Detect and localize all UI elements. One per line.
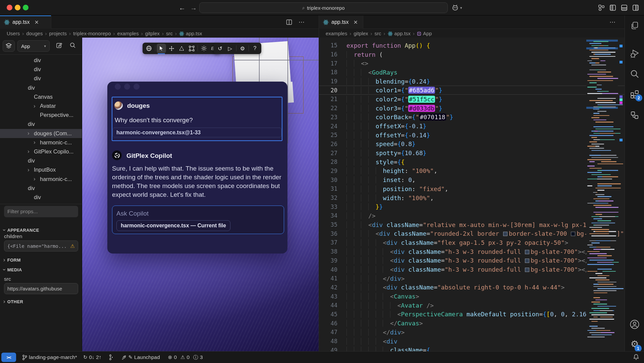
globe-icon [146, 45, 152, 51]
move-tool-button[interactable] [167, 44, 176, 53]
tree-item-div[interactable]: div [0, 184, 82, 193]
play-button[interactable]: ▷ [225, 44, 235, 53]
assistant-menu-button[interactable]: ▾ [451, 3, 467, 12]
breadcrumb-item[interactable]: app.tsx [388, 31, 411, 36]
back-button[interactable]: ← [178, 3, 186, 12]
git-sync-item[interactable]: ↻ 0↓ 2↑ [83, 354, 102, 360]
settings-button[interactable]: ⚙ [238, 44, 247, 53]
tree-item-div[interactable]: div [0, 56, 82, 65]
tree-item-perspective-[interactable]: Perspective... [0, 110, 82, 120]
minimize-window-button[interactable] [15, 5, 20, 10]
tree-item-div[interactable]: div [0, 74, 82, 83]
edit-component-button[interactable] [56, 42, 63, 50]
section-appearance[interactable]: › APPEARANCE [3, 227, 39, 233]
rotate-tool-button[interactable] [177, 44, 186, 53]
src-prop-input[interactable]: https://avatars.githubuse [4, 283, 78, 294]
breadcrumb-item[interactable]: App [417, 31, 432, 36]
breadcrumb-item[interactable]: gitplex [145, 31, 160, 36]
tree-item-harmonic-c-[interactable]: ›harmonic-c... [0, 174, 82, 183]
tree-item-harmonic-c-[interactable]: ›harmonic-c... [0, 138, 82, 147]
git-branch-item[interactable]: landing-page-march* [22, 354, 77, 360]
breadcrumb-item[interactable]: gitplex [354, 31, 368, 36]
scale-tool-button[interactable] [187, 44, 196, 53]
component-scope-select[interactable]: App ▾ [17, 40, 50, 52]
attachment-chip[interactable]: harmonic-convergence.tsx@1-33 [113, 128, 281, 137]
rows-icon[interactable] [621, 4, 628, 11]
git-graph-icon [108, 354, 113, 360]
minimap[interactable] [586, 39, 618, 341]
split-editor-icon[interactable] [286, 19, 292, 26]
tree-item-label: Avatar [40, 103, 56, 109]
overview-ruler[interactable] [619, 38, 623, 351]
section-media[interactable]: › MEDIA [3, 267, 22, 273]
copy-files-button[interactable] [625, 18, 644, 33]
close-tab-icon[interactable]: ✕ [35, 19, 39, 26]
copilot-input-placeholder: Ask Copilot [116, 210, 149, 217]
close-window-button[interactable] [7, 5, 12, 10]
code-line-43: 43 <Canvas> [319, 292, 625, 301]
copilot-input[interactable]: Ask Copilot harmonic-convergence.tsx — C… [112, 206, 284, 234]
forward-button[interactable]: → [189, 3, 198, 12]
components-button[interactable] [625, 108, 644, 123]
children-prop-input[interactable]: {<File name="harmo... ⚠ [4, 240, 78, 252]
tree-item-canvas[interactable]: Canvas [0, 92, 82, 101]
search-elements-button[interactable] [69, 42, 76, 50]
search-button[interactable] [625, 66, 644, 81]
run-debug-button[interactable] [625, 46, 644, 61]
split-left-icon[interactable] [609, 4, 616, 11]
tree-item-div[interactable]: div [0, 193, 82, 202]
tree-item-div[interactable]: div [0, 65, 82, 74]
flow-boxes-icon [630, 110, 639, 120]
breadcrumb-item[interactable]: app.tsx [179, 31, 202, 36]
tab-app-tsx-left[interactable]: app.tsx ✕ [0, 15, 51, 29]
launchpad-item[interactable]: ✎ Launchpad [121, 354, 160, 360]
undo-button[interactable]: ↺ [215, 44, 225, 53]
breadcrumb-item[interactable]: triplex-monorepo [73, 31, 111, 36]
breadcrumb-item[interactable]: examples [326, 31, 347, 36]
tab-app-tsx-right[interactable]: app.tsx ✕ [319, 15, 363, 29]
remote-indicator-button[interactable]: >< [1, 353, 16, 362]
zoom-window-button[interactable] [23, 5, 29, 10]
breadcrumb-item[interactable]: Users [7, 31, 20, 36]
problems-item[interactable]: ⊗ 0 ⚠ 0 ⓘ 3 [168, 354, 203, 361]
tree-item-gitplex-copilo-[interactable]: ›GitPlex Copilo... [0, 147, 82, 156]
lighting-button[interactable] [199, 44, 209, 53]
breadcrumb-item[interactable]: douges [26, 31, 43, 36]
layers-button[interactable] [3, 40, 15, 52]
current-file-chip[interactable]: harmonic-convergence.tsx — Current file [116, 220, 230, 231]
tree-item-inputbox[interactable]: ›InputBox [0, 165, 82, 174]
tree-item-div[interactable]: div [0, 156, 82, 165]
split-right-icon[interactable] [632, 4, 639, 11]
right-tab-bar: app.tsx ✕ ⋯ [319, 15, 625, 29]
app-window: ← → ⌕ triplex-monorepo ▾ app.tsx ✕ ⋯ [0, 0, 644, 363]
world-space-button[interactable] [144, 44, 154, 53]
more-actions-icon[interactable]: ⋯ [609, 18, 616, 26]
tree-item-douges-com-[interactable]: ›douges (Com... [0, 129, 82, 138]
address-bar[interactable]: ⌕ triplex-monorepo [199, 2, 448, 13]
tree-item-avatar[interactable]: ›Avatar [0, 101, 82, 110]
scene-viewport[interactable]: ↺ ▷ ⚙ ? douges Why doesn't this converge… [82, 38, 319, 351]
close-tab-icon[interactable]: ✕ [354, 19, 358, 26]
manage-button[interactable]: ⚙ 1 [625, 336, 644, 351]
section-form[interactable]: › FORM [3, 257, 21, 263]
breadcrumb-item[interactable]: src [166, 31, 173, 36]
account-button[interactable] [625, 317, 644, 332]
tree-item-div[interactable]: div [0, 83, 82, 92]
filter-props-input[interactable] [4, 206, 78, 217]
tailwind-color-decorator [525, 259, 529, 263]
help-button[interactable]: ? [250, 44, 260, 53]
tree-item-div[interactable]: div [0, 120, 82, 129]
breadcrumb-item[interactable]: src [375, 31, 381, 36]
breadcrumb-item[interactable]: examples [117, 31, 139, 36]
git-graph-item[interactable] [108, 354, 113, 360]
breadcrumb-item[interactable]: projects [49, 31, 67, 36]
more-actions-icon[interactable]: ⋯ [299, 18, 305, 26]
section-other[interactable]: › OTHER [3, 299, 23, 305]
layout-grid-icon[interactable] [598, 4, 605, 11]
line-number: 49 [319, 347, 337, 351]
selected-element-outline[interactable]: douges Why doesn't this converge? harmon… [112, 97, 282, 141]
select-tool-button[interactable] [157, 44, 166, 53]
extensions-button[interactable]: 2 [625, 87, 644, 101]
notifications-bell-button[interactable] [633, 354, 639, 362]
code-editor[interactable]: 15export function App() {16 return (17 <… [319, 38, 625, 351]
